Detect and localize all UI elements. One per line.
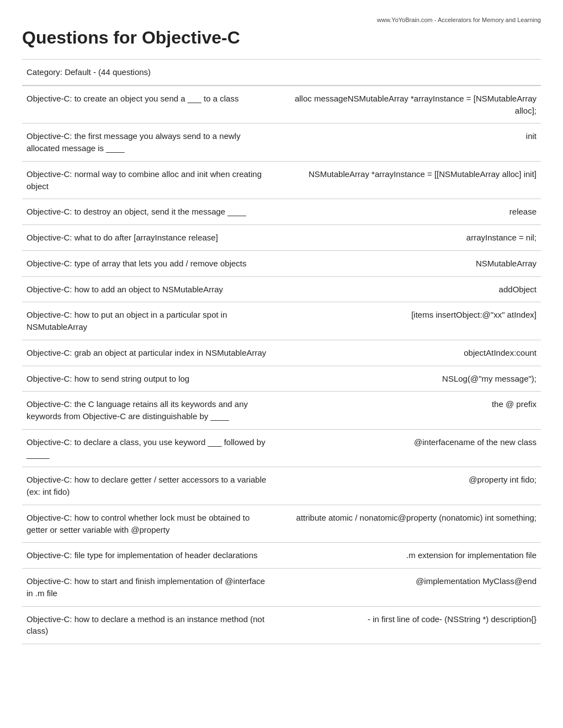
- answer-cell: init: [271, 124, 541, 162]
- site-url: www.YoYoBrain.com - Accelerators for Mem…: [22, 17, 541, 23]
- answer-cell: objectAtIndex:count: [271, 340, 541, 366]
- table-row: Objective-C: the first message you alway…: [22, 124, 541, 162]
- answer-cell: release: [271, 199, 541, 225]
- qa-table: Category: Default - (44 questions): [22, 59, 541, 85]
- question-cell: Objective-C: to destroy an object, send …: [22, 199, 271, 225]
- category-label: Category: Default - (44 questions): [22, 60, 541, 85]
- table-row: Objective-C: how to start and finish imp…: [22, 569, 541, 607]
- table-row: Objective-C: to create an object you sen…: [22, 85, 541, 124]
- table-row: Objective-C: to declare a class, you use…: [22, 429, 541, 467]
- category-row: Category: Default - (44 questions): [22, 60, 541, 85]
- table-row: Objective-C: how to declare getter / set…: [22, 467, 541, 505]
- table-row: Objective-C: to destroy an object, send …: [22, 199, 541, 225]
- table-row: Objective-C: type of array that lets you…: [22, 250, 541, 276]
- page-title: Questions for Objective-C: [22, 28, 541, 48]
- question-cell: Objective-C: how to declare a method is …: [22, 606, 271, 644]
- answer-cell: arrayInstance = nil;: [271, 225, 541, 251]
- table-row: Objective-C: what to do after [arrayInst…: [22, 225, 541, 251]
- table-row: Objective-C: how to control whether lock…: [22, 505, 541, 543]
- question-cell: Objective-C: how to control whether lock…: [22, 505, 271, 543]
- question-cell: Objective-C: grab an object at particula…: [22, 340, 271, 366]
- question-cell: Objective-C: the C language retains all …: [22, 392, 271, 430]
- answer-cell: NSLog(@"my message");: [271, 366, 541, 392]
- answer-cell: [items insertObject:@"xx" atIndex]: [271, 302, 541, 340]
- answer-cell: NSMutableArray *arrayInstance = [[NSMuta…: [271, 161, 541, 199]
- question-cell: Objective-C: how to declare getter / set…: [22, 467, 271, 505]
- table-row: Objective-C: how to declare a method is …: [22, 606, 541, 644]
- table-row: Objective-C: how to add an object to NSM…: [22, 276, 541, 302]
- question-cell: Objective-C: to declare a class, you use…: [22, 429, 271, 467]
- question-cell: Objective-C: the first message you alway…: [22, 124, 271, 162]
- table-row: Objective-C: how to put an object in a p…: [22, 302, 541, 340]
- table-row: Objective-C: file type for implementatio…: [22, 543, 541, 569]
- questions-table: Objective-C: to create an object you sen…: [22, 85, 541, 644]
- answer-cell: @implementation MyClass@end: [271, 569, 541, 607]
- question-cell: Objective-C: normal way to combine alloc…: [22, 161, 271, 199]
- answer-cell: NSMutableArray: [271, 250, 541, 276]
- question-cell: Objective-C: how to send string output t…: [22, 366, 271, 392]
- answer-cell: alloc messageNSMutableArray *arrayInstan…: [271, 85, 541, 124]
- question-cell: Objective-C: how to start and finish imp…: [22, 569, 271, 607]
- table-row: Objective-C: the C language retains all …: [22, 392, 541, 430]
- table-row: Objective-C: grab an object at particula…: [22, 340, 541, 366]
- answer-cell: @property int fido;: [271, 467, 541, 505]
- question-cell: Objective-C: file type for implementatio…: [22, 543, 271, 569]
- table-row: Objective-C: how to send string output t…: [22, 366, 541, 392]
- question-cell: Objective-C: how to put an object in a p…: [22, 302, 271, 340]
- table-row: Objective-C: normal way to combine alloc…: [22, 161, 541, 199]
- question-cell: Objective-C: how to add an object to NSM…: [22, 276, 271, 302]
- answer-cell: .m extension for implementation file: [271, 543, 541, 569]
- answer-cell: the @ prefix: [271, 392, 541, 430]
- question-cell: Objective-C: what to do after [arrayInst…: [22, 225, 271, 251]
- answer-cell: attribute atomic / nonatomic@property (n…: [271, 505, 541, 543]
- answer-cell: @interfacename of the new class: [271, 429, 541, 467]
- answer-cell: - in first line of code- (NSString *) de…: [271, 606, 541, 644]
- answer-cell: addObject: [271, 276, 541, 302]
- question-cell: Objective-C: to create an object you sen…: [22, 85, 271, 124]
- question-cell: Objective-C: type of array that lets you…: [22, 250, 271, 276]
